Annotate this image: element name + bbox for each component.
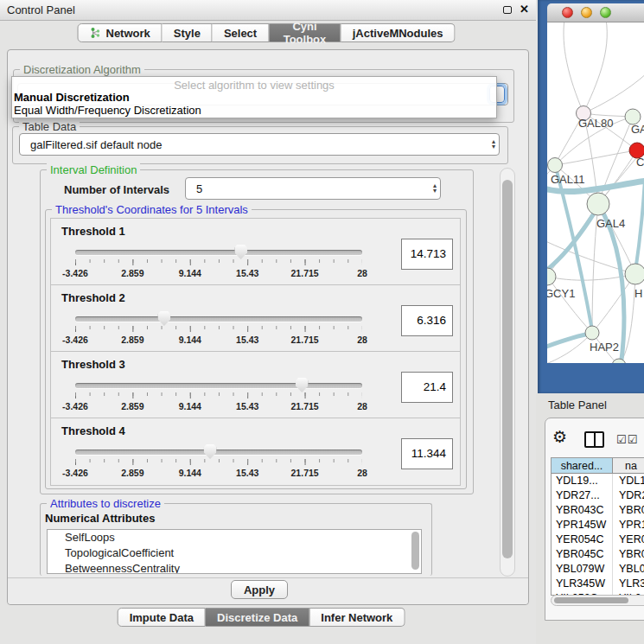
slider-tick-labels: -3.4262.8599.14415.4321.71528 [75,335,362,345]
network-node-label: C [636,156,644,169]
slider-thumb[interactable] [204,444,217,459]
slider-ticks-minor [75,459,362,462]
network-node-label: HAP2 [590,341,619,354]
control-panel-titlebar: Control Panel ✕ [0,0,536,21]
window-zoom-button[interactable] [600,7,611,18]
algorithm-option[interactable]: Manual Discretization [12,91,496,104]
cell-shared-name: YBR043C [552,503,613,518]
window-minimize-button[interactable] [581,7,592,18]
slider-track[interactable] [75,383,362,388]
table-row[interactable]: YDR27... YDR2 [552,488,644,503]
table-data-combo[interactable]: galFiltered.sif default node [19,133,500,156]
node-table: shared... na YDL19... YDL1 YDR27... YDR2 [551,457,644,596]
table-row[interactable]: YDL19... YDL1 [552,474,644,488]
slider-tick-labels: -3.4262.8599.14415.4321.71528 [75,401,362,411]
num-intervals-label: Number of Intervals [64,183,169,196]
threshold-slider[interactable]: -3.4262.8599.14415.4321.71528 [75,315,362,349]
network-node-label: GAL4 [596,217,625,230]
attribute-item[interactable]: SelfLoops [48,530,421,545]
table-row[interactable]: YBL079W YBL0 [552,562,644,577]
num-intervals-combo[interactable]: 5 [185,177,441,200]
cell-shared-name: YPR145W [552,518,613,532]
threshold-row: Threshold 1 -3.4262.8599.14415.4321.7152… [51,219,460,285]
tick-label: 21.715 [291,335,319,345]
checkboxes-icon[interactable]: ☑☑ [616,433,638,446]
threshold-slider[interactable]: -3.4262.8599.14415.4321.71528 [75,248,362,283]
cell-name: YBR0 [613,547,644,562]
table-hscrollbar-thumb[interactable] [554,597,628,603]
table-hscrollbar[interactable] [551,595,644,606]
table-panel-title: Table Panel [548,399,607,411]
threshold-value-box[interactable]: 14.713 [401,239,453,270]
cell-name: YPR1 [613,518,644,532]
network-node-label: GA [631,123,644,136]
table-row[interactable]: YBR043C YBR0 [552,503,644,518]
table-row[interactable]: YBR045C YBR0 [552,547,644,562]
tab-button[interactable]: jActiveMNodules [341,23,456,42]
mode-tab-button[interactable]: Impute Data [118,608,206,627]
algorithm-dropdown-popup: Select algorithm to view settings Manual… [11,76,497,118]
slider-track[interactable] [75,316,362,322]
algorithm-group-label: Discretization Algorithm [20,63,144,76]
mode-tab-button[interactable]: Discretize Data [206,608,309,627]
slider-tick-labels: -3.4262.8599.14415.4321.71528 [75,268,362,278]
tick-label: 15.43 [236,335,258,345]
mode-tab-button[interactable]: Infer Network [309,608,405,627]
cell-shared-name: YDR27... [552,488,613,503]
tick-label: -3.426 [62,268,88,278]
slider-ticks-minor [75,326,362,329]
network-node[interactable] [547,268,556,285]
network-canvas[interactable]: GAL80GACGAL11GAL4GCY1HHAP2 [547,22,644,363]
tick-label: 2.859 [121,335,143,345]
tab-button[interactable]: Cyni Toolbox [269,23,341,42]
attributes-scrollbar[interactable] [411,532,419,570]
cell-shared-name: YER054C [552,532,613,547]
slider-thumb[interactable] [157,311,170,326]
column-header-name[interactable]: na [613,458,644,474]
attribute-item[interactable]: TopologicalCoefficient [48,545,421,561]
tick-label: 9.144 [179,401,201,411]
slider-thumb[interactable] [234,245,247,259]
network-node[interactable] [625,264,644,284]
network-node[interactable] [585,326,599,340]
column-header-shared[interactable]: shared... [552,458,613,474]
slider-track[interactable] [75,450,362,455]
apply-button[interactable]: Apply [231,580,288,599]
slider-thumb[interactable] [296,378,309,392]
panel-scrollbar-thumb[interactable] [502,180,513,558]
tick-label: 2.859 [121,401,143,411]
tick-label: 28 [357,335,367,345]
panel-title: Control Panel [7,3,75,16]
tab-button[interactable]: Network [78,23,163,42]
threshold-value-box[interactable]: 11.344 [401,438,453,469]
slider-tick-labels: -3.4262.8599.14415.4321.71528 [75,468,362,478]
tab-button[interactable]: Style [163,23,213,42]
tick-label: 21.715 [291,401,319,411]
network-node[interactable] [548,158,563,173]
threshold-value-box[interactable]: 6.316 [401,305,453,336]
algorithm-option[interactable]: Equal Width/Frequency Discretization [12,104,496,117]
panel-scrollbar[interactable] [500,168,515,577]
table-row[interactable]: YLR345W YLR3 [552,577,644,591]
interval-group-label: Interval Definition [47,163,140,176]
columns-icon[interactable] [584,431,604,448]
attribute-item[interactable]: BetweennessCentrality [48,561,421,574]
table-row[interactable]: YER054C YER0 [552,532,644,547]
slider-track[interactable] [75,250,362,255]
float-window-icon[interactable] [503,6,512,14]
threshold-slider[interactable]: -3.4262.8599.14415.4321.71528 [75,381,362,416]
close-icon[interactable]: ✕ [520,3,529,16]
window-close-button[interactable] [562,7,573,18]
tick-label: 21.715 [291,268,319,278]
cell-shared-name: YLR345W [552,577,613,591]
network-node[interactable] [587,193,609,215]
tab-button[interactable]: Select [213,23,269,42]
table-row[interactable]: YPR145W YPR1 [552,518,644,532]
network-node[interactable] [612,359,626,363]
threshold-value-box[interactable]: 21.4 [401,372,453,403]
threshold-slider[interactable]: -3.4262.8599.14415.4321.71528 [75,448,362,482]
gear-icon[interactable]: ⚙ [552,427,567,447]
network-window-titlebar [547,3,644,22]
threshold-row: Threshold 4 -3.4262.8599.14415.4321.7152… [51,418,460,485]
table-panel-card: ⚙ ☑☑ shared... na YDL19... YDL1 YDR27...… [545,418,644,621]
